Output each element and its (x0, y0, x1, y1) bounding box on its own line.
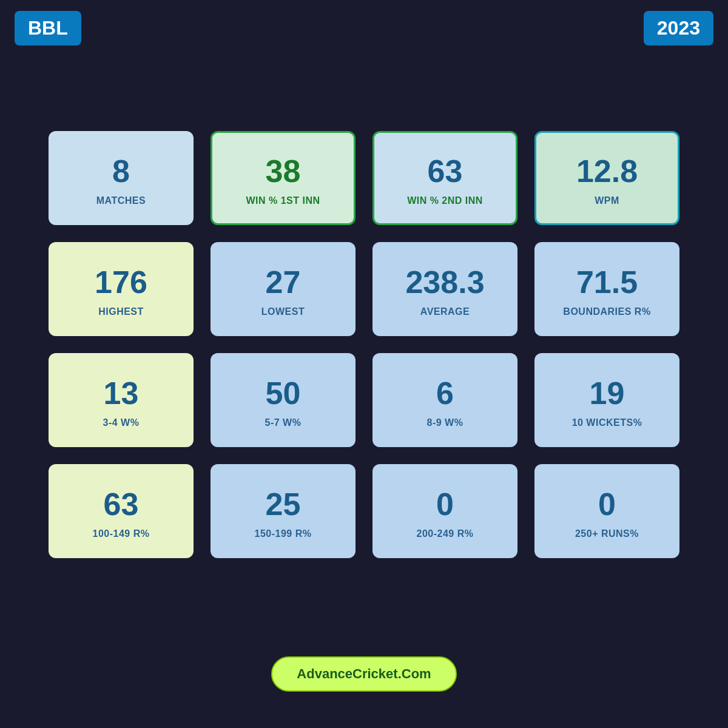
stat-label: Lowest (261, 306, 305, 317)
stat-card-0-1: 38WIN % 1ST INN (211, 131, 356, 225)
stat-value: 12.8 (576, 154, 638, 189)
stat-card-3-1: 25150-199 R% (211, 464, 356, 558)
stat-value: 63 (428, 154, 463, 189)
stat-label: 100-149 R% (93, 528, 150, 539)
stat-value: 238.3 (405, 265, 484, 300)
footer: AdvanceCricket.Com (0, 656, 728, 728)
stat-value: 0 (598, 487, 616, 522)
stat-value: 19 (590, 376, 625, 411)
stat-card-2-1: 505-7 W% (211, 353, 356, 447)
stat-card-3-3: 0250+ Runs% (534, 464, 679, 558)
stat-label: 250+ Runs% (575, 528, 639, 539)
year-badge: 2023 (644, 11, 713, 46)
league-badge: BBL (15, 11, 81, 46)
stat-value: 8 (112, 154, 130, 189)
stat-value: 6 (436, 376, 454, 411)
stat-label: 150-199 R% (255, 528, 312, 539)
main-content: 8Matches38WIN % 1ST INN63WIN % 2ND INN12… (0, 56, 728, 656)
stat-card-2-0: 133-4 W% (49, 353, 194, 447)
stat-label: WPM (595, 195, 619, 206)
stat-label: Boundaries R% (563, 306, 650, 317)
stat-card-3-0: 63100-149 R% (49, 464, 194, 558)
stat-label: 200-249 R% (417, 528, 474, 539)
stat-value: 13 (104, 376, 139, 411)
stat-card-3-2: 0200-249 R% (372, 464, 517, 558)
stats-row-1: 176Highest27Lowest238.3Average71.5Bounda… (49, 242, 679, 336)
stats-container: 8Matches38WIN % 1ST INN63WIN % 2ND INN12… (49, 131, 679, 558)
website-badge: AdvanceCricket.Com (271, 656, 456, 692)
stat-label: Average (420, 306, 470, 317)
header: BBL 2023 (0, 0, 728, 56)
stat-value: 176 (95, 265, 147, 300)
stat-label: 10 Wickets% (572, 417, 642, 428)
stat-label: Matches (96, 195, 146, 206)
stat-card-2-3: 1910 Wickets% (534, 353, 679, 447)
stat-label: 5-7 W% (265, 417, 302, 428)
stat-card-1-1: 27Lowest (211, 242, 356, 336)
stat-value: 38 (266, 154, 301, 189)
stat-label: WIN % 2ND INN (407, 195, 483, 206)
stat-card-1-2: 238.3Average (372, 242, 517, 336)
stat-value: 0 (436, 487, 454, 522)
stat-card-1-0: 176Highest (49, 242, 194, 336)
stat-card-1-3: 71.5Boundaries R% (534, 242, 679, 336)
stats-row-0: 8Matches38WIN % 1ST INN63WIN % 2ND INN12… (49, 131, 679, 225)
stat-card-0-2: 63WIN % 2ND INN (372, 131, 517, 225)
stat-label: Highest (98, 306, 144, 317)
stat-label: WIN % 1ST INN (246, 195, 320, 206)
stat-card-0-3: 12.8WPM (534, 131, 679, 225)
stat-card-2-2: 68-9 W% (372, 353, 517, 447)
stat-value: 25 (266, 487, 301, 522)
stat-value: 50 (266, 376, 301, 411)
stat-value: 63 (104, 487, 139, 522)
stat-label: 3-4 W% (103, 417, 140, 428)
stat-label: 8-9 W% (427, 417, 463, 428)
stat-value: 71.5 (576, 265, 638, 300)
stats-row-3: 63100-149 R%25150-199 R%0200-249 R%0250+… (49, 464, 679, 558)
stats-row-2: 133-4 W%505-7 W%68-9 W%1910 Wickets% (49, 353, 679, 447)
stat-value: 27 (266, 265, 301, 300)
stat-card-0-0: 8Matches (49, 131, 194, 225)
